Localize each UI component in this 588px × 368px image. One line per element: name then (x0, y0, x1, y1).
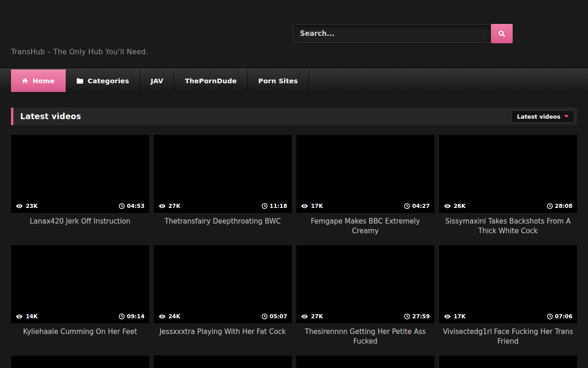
video-thumbnail[interactable] (439, 356, 577, 368)
video-card[interactable]: 26K 28:08 Sissymaxinl Takes Backshots Fr… (439, 135, 577, 245)
video-title[interactable]: Sissymaxinl Takes Backshots From A Thick… (439, 217, 577, 236)
video-thumbnail[interactable]: 17K 07:06 (439, 245, 577, 323)
duration-stat: 04:27 (404, 203, 430, 209)
nav-tab-label: Porn Sites (258, 77, 298, 85)
duration-stat: 09:14 (119, 313, 144, 320)
video-card[interactable]: 14K 09:14 Kyliehaale Cumming On Her Feet (11, 245, 149, 356)
clock-icon (404, 203, 410, 209)
video-title[interactable]: Femgape Makes BBC Extremely Creamy (296, 217, 435, 236)
duration-stat: 07:06 (547, 313, 572, 320)
clock-icon (119, 203, 125, 209)
home-icon (22, 77, 28, 84)
eye-icon (16, 202, 23, 210)
video-card[interactable]: 27K 27:59 Thesirennnn Getting Her Petite… (296, 245, 435, 356)
clock-icon (119, 313, 125, 320)
section-header: Latest videos Latest videos (11, 108, 577, 125)
views-stat: 24K (158, 313, 181, 320)
views-stat: 17K (444, 313, 466, 320)
nav-tab-label: Categories (88, 77, 129, 85)
clock-icon (261, 313, 268, 320)
video-thumbnail[interactable]: 14K 09:14 (11, 245, 149, 323)
video-title[interactable]: Lanax420 Jerk Off Instruction (11, 217, 149, 226)
search-icon (498, 30, 506, 38)
views-stat: 27K (158, 202, 181, 210)
main-content: Latest videos Latest videos 23K (11, 108, 577, 368)
video-thumbnail[interactable] (154, 356, 292, 368)
eye-icon (301, 202, 308, 210)
chevron-down-icon (564, 115, 569, 118)
video-grid: 23K 04:53 Lanax420 Jerk Off Instruction (11, 135, 577, 368)
video-stats: 27K 27:59 (296, 310, 435, 323)
nav-tab-label: ThePornDude (185, 77, 237, 85)
views-stat: 14K (16, 313, 38, 320)
video-card-partial[interactable] (439, 356, 577, 368)
nav-tab-home[interactable]: Home (11, 69, 66, 92)
nav-tab-label: JAV (151, 77, 163, 85)
video-thumbnail[interactable]: 27K 27:59 (296, 245, 435, 323)
views-stat: 27K (301, 313, 323, 320)
video-title[interactable]: Thetransfairy Deepthroating BWC (154, 217, 292, 226)
video-card[interactable]: 23K 04:53 Lanax420 Jerk Off Instruction (11, 135, 149, 245)
nav-tab-theporndude[interactable]: ThePornDude (174, 69, 248, 92)
eye-icon (158, 313, 166, 320)
search-button[interactable] (491, 24, 513, 43)
clock-icon (261, 203, 268, 209)
video-card-partial[interactable] (11, 356, 149, 368)
video-stats: 23K 04:53 (11, 199, 149, 213)
duration-stat: 05:07 (261, 313, 287, 320)
video-card-partial[interactable] (154, 356, 292, 368)
video-card[interactable]: 17K 07:06 Vivisectedg1rl Face Fucking He… (439, 245, 577, 356)
nav-tab-porn-sites[interactable]: Porn Sites (248, 69, 309, 92)
search-input[interactable] (293, 24, 491, 43)
eye-icon (16, 313, 23, 320)
duration-stat: 27:59 (404, 313, 430, 320)
views-stat: 26K (444, 202, 466, 210)
duration-stat: 28:08 (547, 203, 572, 209)
video-thumbnail[interactable] (11, 356, 149, 368)
video-card[interactable]: 17K 04:27 Femgape Makes BBC Extremely Cr… (296, 135, 435, 245)
section-title: Latest videos (20, 112, 81, 121)
video-thumbnail[interactable] (296, 356, 435, 368)
main-nav: Home Categories JAV ThePornDude Porn Sit… (0, 68, 588, 93)
clock-icon (404, 313, 410, 320)
folder-icon (76, 78, 84, 84)
video-stats: 17K 04:27 (296, 199, 435, 213)
site-tagline: TransHub – The Only Hub You’ll Need. (11, 48, 148, 56)
video-thumbnail[interactable]: 17K 04:27 (296, 135, 435, 213)
video-thumbnail[interactable]: 24K 05:07 (154, 245, 292, 323)
video-stats: 27K 11:18 (154, 199, 292, 213)
clock-icon (547, 203, 553, 209)
video-thumbnail[interactable]: 23K 04:53 (11, 135, 149, 213)
video-card[interactable]: 27K 11:18 Thetransfairy Deepthroating BW… (154, 135, 292, 245)
site-header: TransHub – The Only Hub You’ll Need. (0, 0, 588, 68)
search-form (293, 24, 513, 43)
duration-stat: 04:53 (119, 203, 144, 209)
nav-tab-categories[interactable]: Categories (66, 69, 140, 92)
video-title[interactable]: Jessxxxtra Playing With Her Fat Cock (154, 327, 292, 337)
video-card-partial[interactable] (296, 356, 435, 368)
eye-icon (444, 202, 451, 210)
video-stats: 14K 09:14 (11, 310, 149, 323)
clock-icon (547, 313, 553, 320)
video-stats: 26K 28:08 (439, 199, 577, 213)
duration-stat: 11:18 (261, 203, 287, 209)
eye-icon (444, 313, 451, 320)
video-title[interactable]: Vivisectedg1rl Face Fucking Her Trans Fr… (439, 327, 577, 346)
nav-tab-jav[interactable]: JAV (140, 69, 174, 92)
video-thumbnail[interactable]: 27K 11:18 (154, 135, 292, 213)
sort-dropdown-label: Latest videos (517, 113, 560, 120)
eye-icon (158, 202, 166, 210)
video-card[interactable]: 24K 05:07 Jessxxxtra Playing With Her Fa… (154, 245, 292, 356)
video-stats: 17K 07:06 (439, 310, 577, 323)
video-stats: 24K 05:07 (154, 310, 292, 323)
views-stat: 23K (16, 202, 38, 210)
sort-dropdown[interactable]: Latest videos (511, 110, 574, 123)
video-thumbnail[interactable]: 26K 28:08 (439, 135, 577, 213)
video-title[interactable]: Thesirennnn Getting Her Petite Ass Fucke… (296, 327, 435, 346)
eye-icon (301, 313, 308, 320)
views-stat: 17K (301, 202, 323, 210)
nav-tab-label: Home (33, 77, 55, 85)
video-title[interactable]: Kyliehaale Cumming On Her Feet (11, 327, 149, 337)
